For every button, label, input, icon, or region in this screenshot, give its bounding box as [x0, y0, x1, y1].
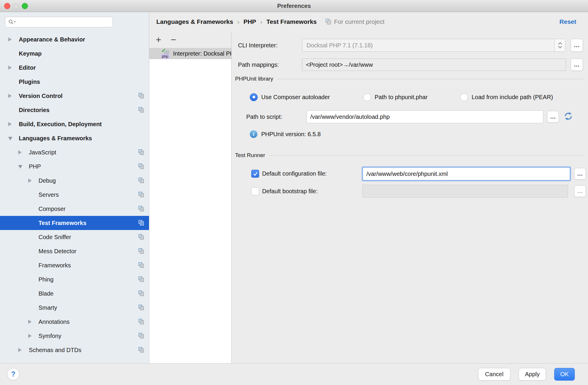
sidebar-item-code-sniffer[interactable]: Code Sniffer: [0, 230, 149, 244]
section-rule: [277, 79, 583, 79]
default-config-browse-button[interactable]: ...: [574, 168, 586, 180]
sidebar-item-schemas-and-dtds[interactable]: Schemas and DTDs: [0, 343, 149, 357]
path-mappings-field[interactable]: <Project root>→/var/www: [302, 59, 566, 71]
path-to-script-value: /var/www/vendor/autoload.php: [310, 114, 390, 120]
interpreter-list: Interpreter: Docksal PHP 7.1: [149, 48, 231, 59]
sidebar-item-debug[interactable]: Debug: [0, 174, 149, 188]
radio-phpunit-phar[interactable]: Path to phpunit.phar: [363, 92, 428, 102]
sidebar-item-smarty[interactable]: Smarty: [0, 301, 149, 315]
current-project-icon: [138, 262, 144, 269]
default-bootstrap-checkbox[interactable]: [251, 187, 259, 195]
chevron-right-icon[interactable]: [8, 122, 12, 126]
scope-label: For current project: [334, 18, 385, 25]
breadcrumb-item[interactable]: Languages & Frameworks: [156, 18, 233, 25]
remove-button[interactable]: −: [171, 35, 176, 44]
chevron-down-icon[interactable]: [18, 165, 22, 169]
section-title: PHPUnit library: [235, 76, 273, 82]
path-mappings-value: <Project root>→/var/www: [306, 61, 373, 68]
sidebar-item-directories[interactable]: Directories: [0, 103, 149, 117]
chevron-down-icon[interactable]: [8, 137, 12, 140]
sidebar-item-plugins[interactable]: Plugins: [0, 75, 149, 89]
sidebar-item-label: Version Control: [19, 93, 63, 99]
sidebar-item-symfony[interactable]: Symfony: [0, 329, 149, 343]
chevron-right-icon[interactable]: [28, 179, 32, 183]
default-config-checkbox[interactable]: [251, 170, 259, 178]
sidebar-item-editor[interactable]: Editor: [0, 61, 149, 75]
sidebar-item-php[interactable]: PHP: [0, 159, 149, 174]
sidebar-item-label: Editor: [19, 64, 36, 71]
cancel-button[interactable]: Cancel: [478, 368, 510, 381]
current-project-icon: [138, 149, 144, 156]
interpreter-list-item[interactable]: Interpreter: Docksal PHP 7.1: [149, 48, 231, 59]
phpunit-library-section: PHPUnit library: [235, 75, 583, 83]
reset-link[interactable]: Reset: [559, 18, 576, 25]
sidebar-item-servers[interactable]: Servers: [0, 188, 149, 202]
sidebar-item-blade[interactable]: Blade: [0, 286, 149, 301]
sidebar-item-languages-frameworks[interactable]: Languages & Frameworks: [0, 131, 149, 145]
chevron-right-icon[interactable]: [28, 334, 32, 338]
refresh-icon[interactable]: [564, 111, 573, 122]
current-project-icon: [325, 19, 331, 25]
chevron-right-icon[interactable]: [28, 320, 32, 324]
section-rule: [269, 155, 583, 156]
sidebar-item-label: Keymap: [19, 50, 42, 57]
chevron-right-icon[interactable]: [8, 37, 12, 41]
radio-off-icon[interactable]: [363, 93, 371, 101]
current-project-icon: [138, 333, 144, 339]
current-project-icon: [138, 319, 144, 325]
sidebar-item-annotations[interactable]: Annotations: [0, 315, 149, 329]
sidebar-item-keymap[interactable]: Keymap: [0, 46, 149, 61]
phpunit-version-text: PHPUnit version: 6.5.8: [261, 131, 321, 138]
sidebar-item-version-control[interactable]: Version Control: [0, 89, 149, 103]
sidebar-item-label: JavaScript: [29, 149, 56, 156]
apply-button[interactable]: Apply: [519, 368, 546, 381]
sidebar-item-label: Annotations: [38, 319, 70, 325]
current-project-icon: [138, 206, 144, 212]
sidebar-item-appearance-behavior[interactable]: Appearance & Behavior: [0, 32, 149, 46]
breadcrumb-item: Test Frameworks: [267, 18, 317, 25]
sidebar-item-phing[interactable]: Phing: [0, 272, 149, 286]
breadcrumb-separator: ›: [237, 18, 239, 25]
path-to-script-browse-button[interactable]: ...: [547, 111, 559, 123]
cli-interpreter-browse-button[interactable]: ...: [571, 39, 583, 52]
default-config-value: /var/www/web/core/phpunit.xml: [366, 171, 448, 177]
path-to-script-label: Path to script:: [246, 110, 282, 123]
sidebar-item-label: Smarty: [38, 304, 57, 311]
chevron-right-icon[interactable]: [18, 348, 22, 352]
default-bootstrap-input[interactable]: [362, 185, 568, 198]
sidebar-item-frameworks[interactable]: Frameworks: [0, 258, 149, 272]
sidebar-item-label: Appearance & Behavior: [19, 36, 85, 43]
path-mappings-browse-button[interactable]: ...: [571, 59, 583, 71]
current-project-icon: [138, 276, 144, 283]
search-input[interactable]: [18, 19, 113, 26]
sidebar-item-build-execution-deployment[interactable]: Build, Execution, Deployment: [0, 117, 149, 131]
search-field[interactable]: [5, 17, 113, 27]
sidebar-item-label: Blade: [38, 290, 53, 297]
sidebar-item-label: Test Frameworks: [38, 220, 86, 226]
path-mappings-label: Path mappings:: [238, 59, 279, 71]
sidebar-item-label: PHP: [29, 163, 41, 170]
help-button[interactable]: ?: [7, 368, 19, 380]
sidebar-item-label: Directories: [19, 107, 50, 114]
cli-interpreter-select[interactable]: Docksal PHP 7.1 (7.1.18): [302, 39, 565, 52]
radio-off-icon[interactable]: [460, 93, 468, 101]
sidebar-item-javascript[interactable]: JavaScript: [0, 145, 149, 159]
radio-composer-autoloader[interactable]: Use Composer autoloader: [250, 92, 330, 102]
current-project-icon: [138, 164, 144, 170]
radio-include-path-pear[interactable]: Load from include path (PEAR): [460, 92, 553, 102]
chevron-right-icon[interactable]: [8, 66, 12, 70]
sidebar-item-test-frameworks[interactable]: Test Frameworks: [0, 216, 149, 230]
path-to-script-input[interactable]: /var/www/vendor/autoload.php: [306, 110, 543, 123]
ok-button[interactable]: OK: [554, 368, 575, 381]
default-bootstrap-browse-button[interactable]: ...: [574, 185, 586, 197]
chevron-right-icon[interactable]: [8, 94, 12, 98]
breadcrumb-item[interactable]: PHP: [243, 18, 256, 25]
search-icon: [8, 19, 16, 25]
radio-on-icon[interactable]: [250, 93, 258, 101]
chevron-right-icon[interactable]: [18, 150, 22, 154]
default-config-input[interactable]: /var/www/web/core/phpunit.xml: [362, 167, 570, 181]
stepper-icon[interactable]: [555, 39, 565, 51]
sidebar-item-mess-detector[interactable]: Mess Detector: [0, 244, 149, 258]
sidebar-item-composer[interactable]: Composer: [0, 202, 149, 216]
add-button[interactable]: +: [156, 35, 161, 44]
